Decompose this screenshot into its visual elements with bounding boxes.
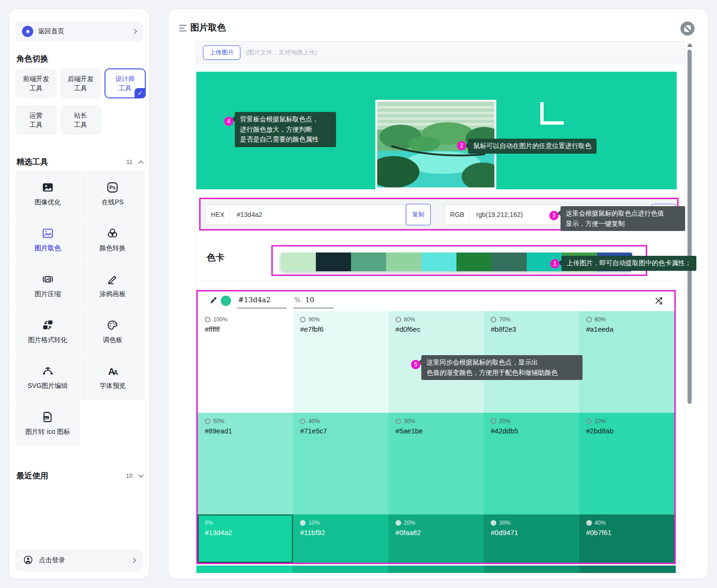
color-pick-canvas[interactable]: 4 背景板会根据鼠标取色点， 进行颜色放大，方便判断 是否是自己需要的颜色属性 … [196,72,677,189]
palette-swatch[interactable] [421,253,456,271]
annotation-badge-4: 4 [224,117,233,126]
tint-cell[interactable]: 90%#e7fbf6 [293,311,388,413]
shade-cell[interactable]: 10%#11bf92 [293,514,388,563]
copy-hex-button[interactable]: 复制 [406,204,431,225]
role-button-backend[interactable]: 后端开发工具 [60,68,101,98]
chevron-right-icon [131,558,136,563]
role-button-designer[interactable]: 设计师工具 ✓ [105,68,146,98]
featured-count: 11 [127,158,133,165]
tint-cell[interactable]: 50%#89ead1 [198,413,293,514]
image-icon [41,181,54,194]
back-home-button[interactable]: 返回首页 [15,21,143,42]
radio-icon [205,418,210,424]
current-color-swatch[interactable] [221,296,231,306]
radio-icon [396,520,401,526]
svg-text:ico: ico [45,417,48,419]
palette-swatch[interactable] [316,253,351,271]
annotation-tooltip-4: 背景板会根据鼠标取色点， 进行颜色放大，方便判断 是否是自己需要的颜色属性 [235,112,336,147]
shade-cell[interactable]: 30%#0d9471 [484,514,579,563]
corner-bracket-icon [540,121,564,125]
tool-image-optimize[interactable]: 图像优化 [15,171,80,216]
tool-doodle-board[interactable]: 涂鸦画板 [81,263,145,308]
gradient-step-input[interactable]: %10 [293,295,334,308]
palette-icon [106,319,119,332]
tool-font-preview[interactable]: AA 字体预览 [81,355,145,400]
role-button-frontend[interactable]: 前端开发工具 [15,68,57,98]
annotation-tooltip-5: 这里同步会根据鼠标的取色点，显示出 色值的渐变颜色，方便用于配色和做辅助颜色 [421,355,583,380]
gradient-hex-input[interactable]: #13d4a2 [237,295,287,308]
annotation-tooltip-1: 上传图片，即可自动提取图中的色卡属性； [561,256,696,271]
tool-image-color-picker[interactable]: 图片取色 [15,217,80,262]
featured-tools-grid: 图像优化 Ps 在线PS 图片取色 颜色转换 图片压缩 涂鸦画板 图片格式转化 [15,171,145,446]
shade-row-partial [196,566,676,573]
menu-icon[interactable] [179,25,187,31]
color-convert-icon [106,227,119,240]
rgb-label: RGB [445,205,470,224]
palette-swatch[interactable] [351,253,386,271]
radio-icon [300,418,306,424]
role-section-title: 角色切换 [16,53,48,64]
collapse-up-icon[interactable] [138,160,143,165]
palette-swatch[interactable] [386,253,421,271]
login-button[interactable]: 点击登录 [15,549,143,572]
tool-online-ps[interactable]: Ps 在线PS [81,171,145,216]
tint-cell[interactable]: 20%#42ddb5 [484,413,579,514]
main-panel: 图片取色 上传图片 (图片文件，支持拖拽上传) [169,9,708,579]
sidebar: 返回首页 角色切换 前端开发工具 后端开发工具 设计师工具 ✓ 运营工具 站长工… [9,9,149,579]
tool-image-compress[interactable]: 图片压缩 [15,263,80,308]
hex-label: HEX [206,205,230,224]
tool-grid-filler [81,401,145,446]
scrollbar-up-arrow[interactable] [687,43,693,47]
radio-icon [300,520,306,526]
block-element-icon[interactable] [680,22,695,36]
check-icon: ✓ [134,88,146,98]
tint-cell[interactable]: 10%#2bd8ab [579,413,674,514]
annotation-badge-1: 1 [550,259,560,268]
radio-icon [491,418,496,424]
radio-icon [586,520,592,526]
annotation-tooltip-2: 鼠标可以自动在图片的任意位置进行取色 [468,139,597,154]
gradient-toolbar: #13d4a2 %10 [198,291,674,311]
palette-swatch[interactable] [456,253,492,271]
home-icon [22,26,33,37]
tool-palette[interactable]: 调色板 [81,309,145,354]
color-value-annotation-box: HEX 复制 RGB 复制 3 这里会根据鼠标的取色点进行色值 显示，方便一键复… [199,198,679,231]
role-button-webmaster[interactable]: 站长工具 [60,105,101,135]
tint-cell[interactable]: 60%#a1eeda [579,311,674,413]
palette-swatch[interactable] [281,253,316,271]
recent-count: 10 [126,472,133,479]
eyedropper-icon[interactable] [209,296,217,306]
radio-icon [491,317,496,322]
radio-icon [300,317,306,322]
tool-content: 上传图片 (图片文件，支持拖拽上传) [196,41,685,573]
upload-image-button[interactable]: 上传图片 [203,45,240,60]
shade-cell-selected[interactable]: 0%#13d4a2 [198,514,293,563]
annotation-badge-2: 2 [457,141,466,150]
ps-icon: Ps [106,181,119,194]
role-button-operation[interactable]: 运营工具 [15,105,57,135]
hex-input[interactable] [230,205,405,224]
image-compress-icon [41,273,54,286]
collapse-down-icon[interactable] [138,472,143,477]
svg-text:A: A [113,369,118,376]
radio-icon [491,520,496,526]
shuffle-icon[interactable] [654,296,664,307]
shade-cell[interactable]: 20%#0faa82 [388,514,484,563]
tint-cell[interactable]: 40%#71e5c7 [293,413,388,514]
scrollbar-thumb[interactable] [687,50,692,404]
chevron-right-icon [132,29,137,34]
tint-cell[interactable]: 30%#5ae1be [388,413,484,514]
login-label: 点击登录 [39,556,65,565]
tool-color-convert[interactable]: 颜色转换 [81,217,145,262]
tint-row-2: 50%#89ead1 40%#71e5c7 30%#5ae1be 20%#42d… [198,413,674,514]
section-divider [196,280,677,281]
gradient-panel: #13d4a2 %10 100%#ffffff 90%#e7fbf6 80%#d… [196,290,676,564]
tool-svg-edit[interactable]: SVG图片编辑 [15,355,80,400]
tint-cell[interactable]: 100%#ffffff [198,311,293,413]
tool-image-to-ico[interactable]: ico 图片转 ico 图标 [15,401,80,446]
radio-icon [586,418,592,424]
pen-icon [106,273,119,286]
shade-cell[interactable]: 40%#0b7f61 [579,514,674,563]
palette-swatch[interactable] [492,253,527,271]
tool-image-format-convert[interactable]: 图片格式转化 [15,309,80,354]
